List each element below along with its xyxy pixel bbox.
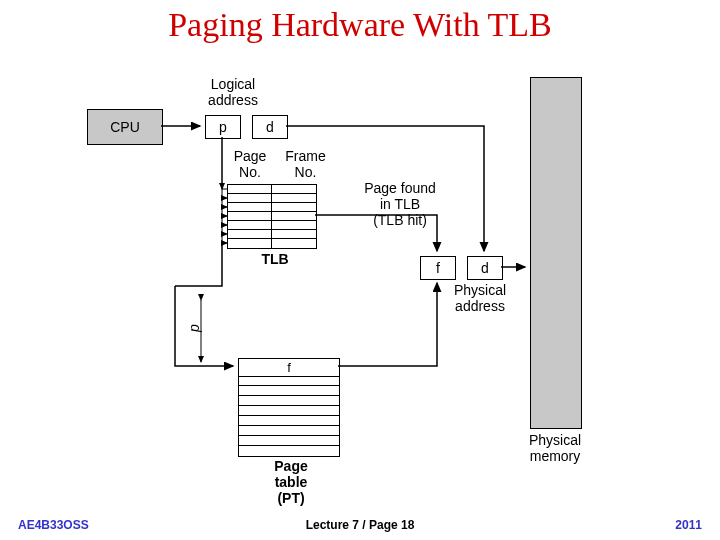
arrows xyxy=(0,0,720,540)
